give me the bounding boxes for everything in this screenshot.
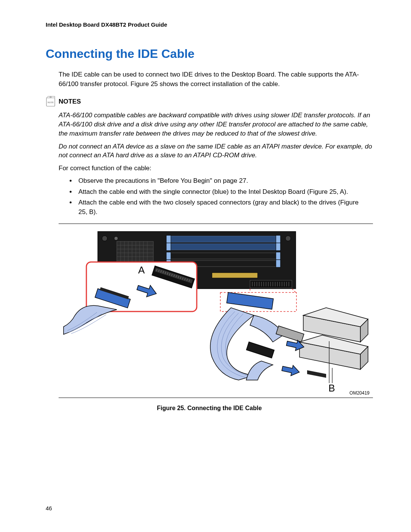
svg-rect-36 (276, 260, 280, 267)
svg-rect-83 (307, 371, 326, 378)
note-paragraph-1: ATA-66/100 compatible cables are backwar… (59, 111, 373, 138)
svg-rect-32 (276, 243, 280, 251)
svg-rect-80 (227, 292, 274, 309)
note-paragraph-2: Do not connect an ATA device as a slave … (59, 142, 373, 160)
svg-rect-34 (276, 252, 280, 260)
svg-rect-27 (170, 253, 277, 259)
list-item: Attach the cable end with the two closel… (76, 198, 369, 217)
svg-rect-81 (276, 326, 304, 342)
figure-label-a: A (138, 264, 145, 276)
instruction-list: Observe the precautions in "Before You B… (76, 176, 369, 217)
figure-code: OM20419 (349, 390, 370, 395)
figure-caption: Figure 25. Connecting the IDE Cable (46, 405, 373, 412)
note-icon: NOTE (46, 96, 56, 107)
svg-rect-30 (276, 235, 280, 243)
svg-point-4 (102, 236, 107, 241)
svg-rect-38 (250, 280, 292, 288)
svg-rect-26 (170, 244, 277, 250)
svg-text:NOTE: NOTE (48, 101, 54, 104)
instruction-lead: For correct function of the cable: (59, 164, 373, 173)
list-item: Attach the cable end with the single con… (76, 187, 369, 197)
running-header: Intel Desktop Board DX48BT2 Product Guid… (46, 21, 373, 28)
figure-illustration: A (59, 228, 373, 395)
svg-rect-82 (246, 342, 274, 358)
list-item: Observe the precautions in "Before You B… (76, 176, 369, 186)
notes-header-row: NOTE NOTES (46, 96, 373, 107)
intro-paragraph: The IDE cable can be used to connect two… (59, 70, 373, 89)
svg-point-5 (114, 236, 118, 240)
page-title: Connecting the IDE Cable (46, 47, 373, 61)
page-number: 46 (46, 505, 52, 511)
svg-rect-37 (212, 273, 258, 278)
svg-rect-31 (166, 243, 171, 251)
figure-label-b: B (328, 382, 335, 394)
svg-line-58 (292, 289, 296, 292)
notes-heading: NOTES (59, 96, 81, 105)
svg-rect-29 (166, 235, 171, 243)
svg-point-6 (285, 236, 291, 241)
svg-rect-25 (170, 236, 277, 242)
svg-rect-33 (166, 252, 171, 260)
svg-point-2 (50, 96, 51, 98)
figure-container: A (59, 224, 373, 398)
